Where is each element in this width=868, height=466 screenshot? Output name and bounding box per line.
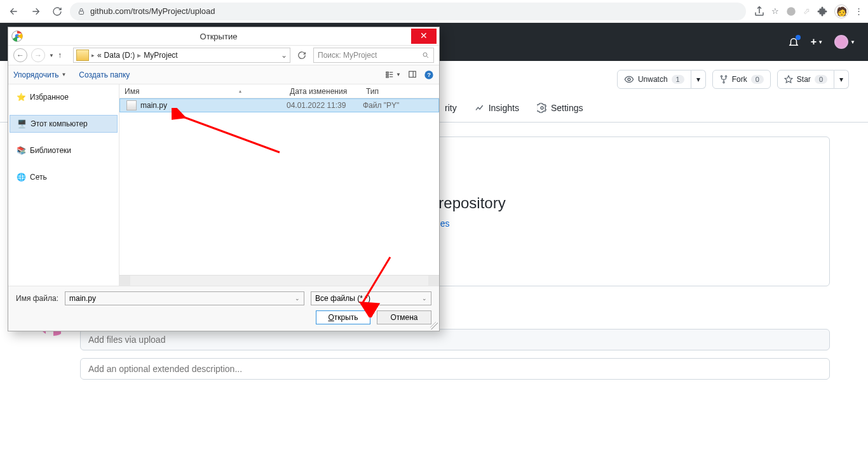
svg-marker-6 — [785, 76, 792, 83]
file-row-mainpy[interactable]: main.py 04.01.2022 11:39 Файл "PY" — [119, 98, 439, 112]
dialog-path-bar: ← → ▼ ↑ ▸ « Data (D:) ▸ MyProject ⌄ Поис… — [8, 45, 439, 65]
commit-summary-input[interactable] — [80, 329, 830, 350]
dialog-up-button[interactable]: ↑ — [58, 51, 69, 60]
user-avatar-github — [834, 35, 848, 49]
star-count: 0 — [815, 75, 827, 84]
file-type: Файл "PY" — [363, 101, 399, 110]
folder-icon — [76, 50, 89, 61]
svg-rect-17 — [409, 71, 416, 77]
col-type[interactable]: Тип — [361, 87, 424, 96]
unwatch-count: 1 — [672, 75, 684, 84]
reload-button[interactable] — [48, 3, 66, 20]
search-icon — [422, 51, 430, 59]
help-button[interactable]: ? — [424, 70, 434, 80]
dialog-refresh-button[interactable] — [294, 48, 309, 63]
svg-text:?: ? — [427, 72, 431, 78]
sidebar-favorites[interactable]: ⭐ Избранное — [10, 88, 118, 106]
sidebar-this-pc[interactable]: 🖥️ Этот компьютер — [10, 115, 118, 133]
dialog-close-button[interactable]: ✕ — [411, 29, 437, 44]
fork-icon — [719, 75, 728, 84]
breadcrumb-root[interactable]: Data (D:) — [104, 51, 135, 60]
svg-point-7 — [541, 107, 543, 109]
sidebar-network[interactable]: 🌐 Сеть — [10, 168, 118, 186]
svg-point-4 — [725, 76, 726, 77]
graph-icon — [475, 103, 485, 113]
cancel-button[interactable]: Отмена — [377, 310, 431, 324]
kebab-menu-icon[interactable]: ⋮ — [855, 6, 863, 16]
dialog-history-dropdown[interactable]: ▼ — [49, 53, 54, 58]
svg-rect-13 — [386, 76, 389, 77]
profile-icon[interactable] — [785, 6, 797, 17]
svg-point-1 — [787, 7, 796, 16]
breadcrumb-folder[interactable]: MyProject — [144, 51, 177, 60]
star-caret[interactable]: ▾ — [834, 70, 849, 89]
tab-security[interactable]: rity — [445, 103, 457, 113]
dialog-title: Открытие — [26, 32, 411, 41]
dialog-search-input[interactable]: Поиск: MyProject — [313, 48, 434, 63]
star-label: Star — [797, 75, 811, 84]
sidebar-libraries[interactable]: 📚 Библиотеки — [10, 142, 118, 159]
fork-button[interactable]: Fork 0 — [712, 70, 771, 89]
dialog-breadcrumb[interactable]: ▸ « Data (D:) ▸ MyProject ⌄ — [73, 48, 290, 63]
new-folder-button[interactable]: Создать папку — [79, 70, 130, 79]
extension-cursor-icon[interactable]: ⬀ — [803, 6, 810, 16]
svg-rect-0 — [79, 11, 84, 14]
star-icon — [784, 75, 793, 84]
dialog-bottom-panel: Имя файла: main.py⌄ Все файлы (*.*)⌄ Отк… — [8, 286, 439, 331]
unwatch-caret[interactable]: ▾ — [691, 70, 706, 89]
browser-toolbar: github.com/trots/MyProject/upload ☆ ⬀ 🧑 … — [0, 0, 868, 23]
svg-point-2 — [628, 78, 630, 81]
svg-rect-12 — [386, 74, 389, 75]
tab-insights[interactable]: Insights — [475, 103, 519, 113]
filename-label: Имя файла: — [16, 294, 58, 303]
dialog-sidebar: ⭐ Избранное 🖥️ Этот компьютер 📚 Библиоте… — [8, 84, 119, 286]
open-button[interactable]: Открыть — [316, 310, 370, 324]
filename-input[interactable]: main.py⌄ — [65, 291, 304, 305]
file-date: 04.01.2022 11:39 — [287, 101, 363, 110]
computer-icon: 🖥️ — [17, 119, 27, 129]
resize-grip[interactable] — [430, 322, 438, 330]
file-open-dialog: Открытие ✕ ← → ▼ ↑ ▸ « Data (D:) ▸ MyPro… — [8, 27, 440, 331]
search-placeholder: Поиск: MyProject — [318, 51, 377, 60]
fork-label: Fork — [732, 75, 747, 84]
horizontal-scrollbar[interactable] — [119, 275, 439, 286]
organize-menu[interactable]: Упорядочить ▼ — [13, 70, 66, 79]
star-button[interactable]: Star 0 — [777, 70, 834, 89]
create-new-dropdown[interactable]: +▼ — [811, 36, 823, 48]
libraries-icon: 📚 — [16, 145, 26, 156]
back-button[interactable] — [5, 3, 23, 20]
dialog-forward-button[interactable]: → — [31, 48, 45, 62]
fork-count: 0 — [751, 75, 764, 84]
unwatch-button[interactable]: Unwatch 1 — [617, 70, 691, 89]
dialog-back-button[interactable]: ← — [13, 48, 27, 62]
commit-description-input[interactable] — [80, 358, 830, 380]
file-list-header: Имя▴ Дата изменения Тип — [119, 84, 439, 98]
svg-rect-11 — [386, 72, 389, 73]
share-icon[interactable] — [754, 6, 765, 17]
user-menu[interactable]: ▼ — [834, 35, 855, 49]
extensions-icon[interactable] — [817, 6, 828, 17]
file-name: main.py — [140, 101, 287, 110]
bookmark-star-icon[interactable]: ☆ — [771, 6, 779, 16]
tab-settings[interactable]: Settings — [537, 103, 583, 113]
star-icon: ⭐ — [16, 92, 26, 102]
col-name[interactable]: Имя▴ — [119, 87, 285, 96]
preview-pane-button[interactable] — [407, 70, 417, 80]
unwatch-label: Unwatch — [638, 75, 668, 84]
address-bar[interactable]: github.com/trots/MyProject/upload — [70, 3, 746, 20]
user-avatar-browser[interactable]: 🧑 — [834, 4, 848, 18]
chrome-app-icon — [11, 30, 24, 43]
notifications-icon[interactable] — [788, 36, 799, 48]
view-mode-button[interactable]: ▼ — [384, 70, 401, 80]
address-bar-text: github.com/trots/MyProject/upload — [90, 6, 215, 16]
col-date[interactable]: Дата изменения — [285, 87, 361, 96]
svg-point-3 — [721, 76, 722, 77]
breadcrumb-dropdown[interactable]: ⌄ — [281, 51, 287, 60]
file-type-filter[interactable]: Все файлы (*.*)⌄ — [311, 291, 431, 305]
file-icon — [126, 100, 137, 110]
dialog-titlebar: Открытие ✕ — [8, 27, 439, 45]
svg-point-10 — [423, 53, 427, 57]
eye-icon — [624, 74, 634, 84]
forward-button[interactable] — [27, 3, 44, 20]
browser-right-icons: ☆ ⬀ 🧑 ⋮ — [754, 4, 863, 18]
